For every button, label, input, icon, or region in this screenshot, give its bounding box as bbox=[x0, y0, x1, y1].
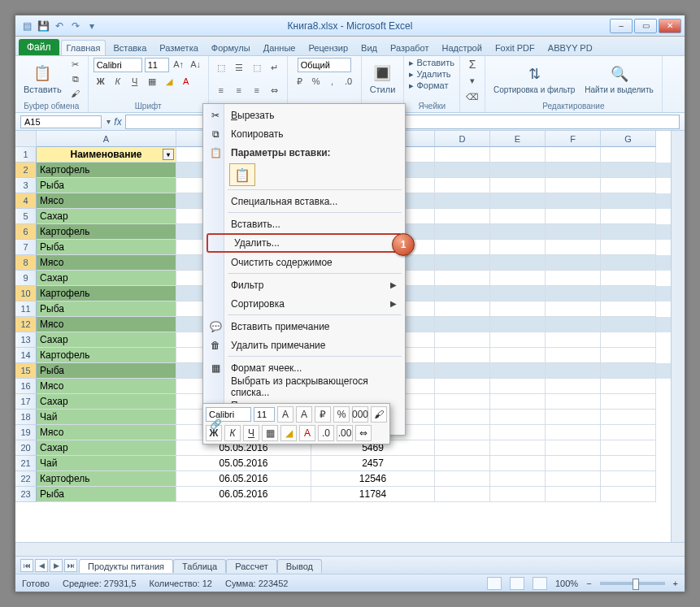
cell[interactable]: Мясо bbox=[37, 193, 176, 209]
wrap-text-icon[interactable]: ↵ bbox=[267, 61, 282, 74]
colhdr-G[interactable]: G bbox=[601, 131, 656, 147]
cell[interactable] bbox=[546, 394, 601, 410]
cell[interactable] bbox=[490, 410, 546, 425]
row-header[interactable]: 13 bbox=[15, 332, 37, 348]
cell[interactable] bbox=[601, 379, 656, 394]
merge-icon[interactable]: ⇔ bbox=[267, 84, 282, 97]
cell[interactable] bbox=[546, 456, 601, 471]
cell[interactable] bbox=[601, 471, 656, 487]
cell[interactable]: Рыба bbox=[37, 301, 176, 317]
cell[interactable]: Чай bbox=[37, 410, 176, 425]
cell[interactable] bbox=[435, 240, 490, 255]
tab-layout[interactable]: Разметка bbox=[154, 40, 204, 55]
tab-review[interactable]: Рецензир bbox=[302, 40, 354, 55]
sheet-nav-next[interactable]: ▶ bbox=[50, 559, 63, 572]
shrink-font-icon[interactable]: A↓ bbox=[189, 58, 203, 71]
horizontal-scrollbar[interactable] bbox=[15, 542, 685, 556]
grid-row[interactable]: 21Чай05.05.20162457 bbox=[15, 456, 685, 471]
cell[interactable] bbox=[546, 379, 601, 394]
row-header[interactable]: 9 bbox=[15, 271, 37, 286]
cell[interactable] bbox=[435, 456, 490, 471]
ctx-copy[interactable]: ⧉Копировать bbox=[205, 124, 403, 143]
cell[interactable] bbox=[435, 317, 490, 332]
sheet-tab-2[interactable]: Рассчет bbox=[226, 559, 277, 573]
cell[interactable] bbox=[601, 224, 656, 240]
cell[interactable] bbox=[601, 255, 656, 271]
cell[interactable] bbox=[601, 440, 656, 456]
cell[interactable]: Сахар bbox=[37, 332, 176, 348]
cell[interactable]: 12546 bbox=[311, 471, 435, 487]
cell[interactable] bbox=[546, 425, 601, 440]
cell[interactable] bbox=[601, 147, 656, 163]
paste-button[interactable]: 📋Вставить bbox=[20, 62, 65, 96]
cell[interactable] bbox=[546, 147, 601, 163]
cell[interactable] bbox=[601, 193, 656, 209]
styles-button[interactable]: 🔳Стили bbox=[367, 62, 399, 96]
find-select-button[interactable]: 🔍Найти и выделить bbox=[581, 63, 656, 96]
ctx-filter[interactable]: Фильтр▶ bbox=[205, 275, 403, 294]
row-header[interactable]: 20 bbox=[15, 440, 37, 456]
font-color-icon[interactable]: A bbox=[179, 75, 193, 88]
cell[interactable] bbox=[601, 301, 656, 317]
cell[interactable]: Картофель bbox=[37, 163, 176, 178]
cell[interactable]: Мясо bbox=[37, 317, 176, 332]
cell[interactable] bbox=[546, 487, 601, 502]
row-header[interactable]: 8 bbox=[15, 255, 37, 271]
vertical-scrollbar[interactable] bbox=[671, 131, 685, 556]
cell[interactable] bbox=[546, 348, 601, 363]
percent-icon[interactable]: % bbox=[309, 75, 324, 88]
ctx-cut[interactable]: ✂Вырезать bbox=[205, 106, 403, 124]
cell[interactable] bbox=[435, 363, 490, 379]
cell[interactable] bbox=[435, 178, 490, 193]
align-bot-icon[interactable]: ⬚ bbox=[250, 61, 264, 74]
cell[interactable]: 11784 bbox=[311, 487, 435, 502]
cut-icon[interactable]: ✂ bbox=[68, 58, 83, 71]
format-painter-icon[interactable]: 🖌 bbox=[68, 87, 83, 100]
fx-icon[interactable]: fx bbox=[111, 116, 125, 128]
cell[interactable] bbox=[546, 317, 601, 332]
cell[interactable] bbox=[490, 379, 546, 394]
copy-icon[interactable]: ⧉ bbox=[68, 72, 83, 85]
cell[interactable] bbox=[546, 240, 601, 255]
cell[interactable] bbox=[435, 301, 490, 317]
view-layout-icon[interactable] bbox=[510, 577, 524, 590]
cell[interactable] bbox=[490, 317, 546, 332]
cell[interactable]: Рыба bbox=[37, 240, 176, 255]
cell[interactable] bbox=[435, 147, 490, 163]
cell[interactable] bbox=[490, 209, 546, 224]
comma-icon[interactable]: , bbox=[325, 75, 340, 88]
cell[interactable] bbox=[490, 456, 546, 471]
mini-currency-icon[interactable]: ₽ bbox=[315, 406, 331, 423]
cell[interactable] bbox=[490, 255, 546, 271]
ctx-paste-special[interactable]: Специальная вставка... bbox=[205, 192, 403, 210]
cell[interactable] bbox=[490, 394, 546, 410]
font-size-input[interactable] bbox=[145, 58, 169, 72]
cell[interactable] bbox=[490, 440, 546, 456]
row-header[interactable]: 7 bbox=[15, 240, 37, 255]
cell[interactable] bbox=[546, 410, 601, 425]
cell[interactable] bbox=[546, 286, 601, 301]
sheet-tab-0[interactable]: Продукты питания bbox=[79, 559, 173, 573]
cell[interactable] bbox=[490, 193, 546, 209]
cells-format[interactable]: ▸ Формат bbox=[409, 80, 448, 91]
cell[interactable] bbox=[601, 332, 656, 348]
cells-delete[interactable]: ▸ Удалить bbox=[409, 69, 450, 80]
cell[interactable] bbox=[601, 178, 656, 193]
border-icon[interactable]: ▦ bbox=[145, 75, 159, 88]
tab-home[interactable]: Главная bbox=[61, 40, 107, 55]
name-box[interactable] bbox=[20, 115, 102, 128]
cell[interactable] bbox=[601, 394, 656, 410]
bold-button[interactable]: Ж bbox=[93, 75, 108, 88]
cell[interactable] bbox=[490, 487, 546, 502]
colhdr-F[interactable]: F bbox=[546, 131, 601, 147]
underline-button[interactable]: Ч bbox=[128, 75, 142, 88]
zoom-out-icon[interactable]: − bbox=[586, 579, 591, 588]
ctx-delete-comment[interactable]: 🗑Удалить примечание bbox=[205, 336, 403, 354]
cell[interactable] bbox=[601, 425, 656, 440]
cell[interactable]: Рыба bbox=[37, 487, 176, 502]
mini-shrink-font-icon[interactable]: A bbox=[296, 406, 312, 423]
cell[interactable]: Рыба bbox=[37, 178, 176, 193]
ctx-insert-comment[interactable]: 💬Вставить примечание bbox=[205, 317, 403, 336]
cell[interactable] bbox=[546, 193, 601, 209]
cell[interactable] bbox=[601, 363, 656, 379]
